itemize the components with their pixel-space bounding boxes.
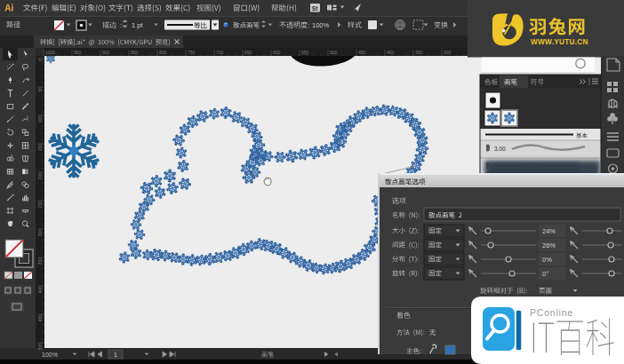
svg-text:450: 450 xyxy=(358,50,366,55)
svg-text:650: 650 xyxy=(244,50,252,55)
svg-text:550: 550 xyxy=(301,50,309,55)
svg-text:300: 300 xyxy=(444,50,452,55)
svg-text:3.00: 3.00 xyxy=(494,146,506,152)
svg-text:24%: 24% xyxy=(542,227,556,235)
svg-text:750: 750 xyxy=(188,50,196,55)
svg-text:350: 350 xyxy=(415,50,423,55)
svg-text:600: 600 xyxy=(273,50,281,55)
svg-text:50: 50 xyxy=(37,87,43,92)
svg-text:850: 850 xyxy=(131,50,139,55)
svg-text:700: 700 xyxy=(216,50,224,55)
svg-text:100%: 100% xyxy=(312,21,330,29)
svg-text:PConline: PConline xyxy=(530,307,573,318)
svg-text:1000: 1000 xyxy=(45,50,55,55)
svg-text:1: 1 xyxy=(114,352,117,358)
svg-text:0°: 0° xyxy=(542,270,548,278)
svg-text:0%: 0% xyxy=(542,256,552,264)
svg-text:500: 500 xyxy=(330,50,338,55)
svg-text:400: 400 xyxy=(387,50,395,55)
svg-text:WWW.YUTU.CN: WWW.YUTU.CN xyxy=(531,38,588,46)
svg-text:950: 950 xyxy=(74,50,82,55)
svg-text:St: St xyxy=(312,5,318,12)
svg-text:26%: 26% xyxy=(542,241,556,249)
svg-text:800: 800 xyxy=(159,50,167,55)
svg-text:100%: 100% xyxy=(42,352,58,358)
svg-text:1 pt: 1 pt xyxy=(132,21,143,29)
svg-text:900: 900 xyxy=(102,50,110,55)
